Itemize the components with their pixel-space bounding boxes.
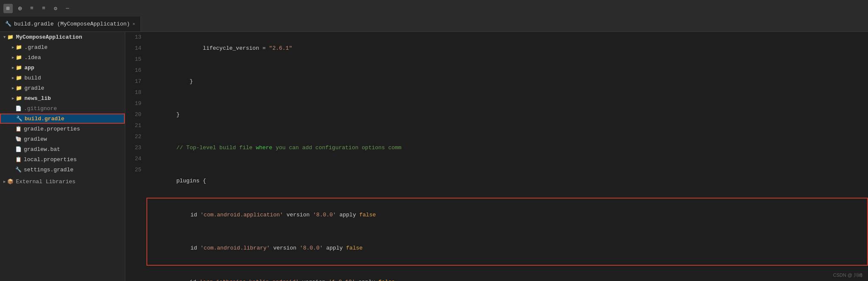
- list-icon1[interactable]: ≡: [27, 4, 37, 13]
- code-20-apply: apply: [355, 279, 379, 281]
- code-line-15: }: [146, 98, 868, 131]
- code-18-verval: '8.0.0': [313, 212, 336, 218]
- sidebar-item-app[interactable]: 📁 app: [0, 62, 125, 73]
- sidebar-root-label: MyComposeApplication: [16, 34, 82, 40]
- sidebar-label-gradlew: gradlew: [24, 136, 47, 142]
- news-folder-icon: 📁: [16, 95, 22, 102]
- gradlew-icon: 🐚: [15, 136, 22, 142]
- sidebar-label-app: app: [24, 65, 34, 71]
- code-line-19: id 'com.android.library' version '8.0.0'…: [146, 232, 868, 266]
- sidebar-label-gradle2: gradle: [24, 85, 44, 91]
- code-line-14: }: [146, 65, 868, 98]
- news-chevron: [12, 96, 14, 101]
- sidebar-label-external-libraries: External Libraries: [16, 179, 75, 185]
- code-line-17: plugins {: [146, 165, 868, 198]
- tab-build-gradle[interactable]: 🔧 build.gradle (MyComposeApplication) ×: [0, 17, 141, 31]
- sidebar-label-idea: .idea: [24, 54, 41, 61]
- ln-22: 22: [129, 131, 141, 142]
- code-16-comment: // Top-level build file where you can ad…: [176, 145, 402, 151]
- sidebar-item-gitignore[interactable]: 📄 .gitignore: [0, 103, 125, 114]
- ln-25: 25: [129, 165, 141, 176]
- code-line-16: // Top-level build file where you can ad…: [146, 131, 868, 165]
- sidebar-label-gradle-properties: gradle.properties: [24, 126, 80, 132]
- code-18-id: id: [177, 212, 200, 218]
- sidebar-label-build-gradle: build.gradle: [25, 116, 65, 122]
- build-gradle-icon: 🔧: [16, 116, 22, 122]
- watermark: CSDN @ 川峰: [833, 272, 863, 278]
- ln-19: 19: [129, 98, 141, 109]
- code-20-plugin: 'org.jetbrains.kotlin.android': [199, 279, 299, 281]
- sidebar-item-local-properties[interactable]: 📋 local.properties: [0, 154, 125, 165]
- ln-21: 21: [129, 120, 141, 131]
- external-libraries-icon: 📦: [7, 179, 14, 185]
- code-line-20: id 'org.jetbrains.kotlin.android' versio…: [146, 266, 868, 281]
- code-18-apply: apply: [336, 212, 360, 218]
- code-13-value: "2.6.1": [269, 45, 292, 51]
- sidebar-item-settings-gradle[interactable]: 🔧 settings.gradle: [0, 165, 125, 175]
- sidebar-label-gradle: .gradle: [24, 44, 48, 51]
- code-19-plugin: 'com.android.library': [200, 245, 270, 251]
- code-20-false: false: [378, 279, 395, 281]
- code-19-id: id: [177, 245, 200, 251]
- code-19-apply: apply: [323, 245, 346, 251]
- settings-icon[interactable]: ⚙: [51, 4, 60, 13]
- sidebar-root[interactable]: 📁 MyComposeApplication: [0, 32, 125, 42]
- sidebar-item-gradle-dir[interactable]: 📁 .gradle: [0, 42, 125, 52]
- code-13-indent: lifecycle_version =: [176, 45, 269, 51]
- code-line-18: id 'com.android.application' version '8.…: [146, 198, 868, 232]
- build-folder-icon: 📁: [16, 75, 22, 81]
- sidebar-label-local-properties: local.properties: [24, 156, 77, 163]
- git-file-icon: 📄: [15, 105, 22, 112]
- code-20-ver: version: [299, 279, 329, 281]
- sidebar-item-idea[interactable]: 📁 .idea: [0, 52, 125, 62]
- bat-icon: 📄: [15, 146, 22, 153]
- sidebar-item-external-libraries[interactable]: 📦 External Libraries: [0, 176, 125, 187]
- idea-folder-icon: 📁: [16, 54, 22, 61]
- code-editor[interactable]: 13 14 15 16 17 18 19 20 21 22 23 24 25 l…: [125, 32, 868, 281]
- root-folder-icon: 📁: [7, 34, 14, 40]
- properties-icon: 📋: [15, 126, 22, 132]
- line-numbers: 13 14 15 16 17 18 19 20 21 22 23 24 25: [125, 32, 146, 281]
- code-18-plugin: 'com.android.application': [200, 212, 283, 218]
- sidebar-label-gitignore: .gitignore: [24, 105, 57, 112]
- ln-23: 23: [129, 142, 141, 153]
- code-20-id: id: [176, 279, 199, 281]
- sidebar-item-gradle-properties[interactable]: 📋 gradle.properties: [0, 124, 125, 134]
- tab-close-button[interactable]: ×: [132, 22, 135, 27]
- squares-icon[interactable]: ⊞: [3, 4, 13, 13]
- idea-chevron: [12, 55, 14, 60]
- app-folder-icon: 📁: [16, 65, 22, 71]
- code-19-ver: version: [270, 245, 300, 251]
- main-area: 📁 MyComposeApplication 📁 .gradle 📁 .idea…: [0, 32, 868, 281]
- code-lines: lifecycle_version = "2.6.1" } } // Top-l…: [146, 32, 868, 281]
- add-icon[interactable]: ⊕: [15, 4, 25, 13]
- sidebar-label-build: build: [24, 75, 41, 81]
- sidebar-item-build-gradle[interactable]: 🔧 build.gradle: [0, 114, 125, 124]
- toolbar: ⊞ ⊕ ≡ ≡ ⚙ —: [0, 0, 868, 17]
- sidebar-item-gradlew-bat[interactable]: 📄 gradlew.bat: [0, 144, 125, 154]
- minimize-icon[interactable]: —: [63, 4, 72, 13]
- external-chevron: [3, 179, 6, 184]
- sidebar-item-gradlew[interactable]: 🐚 gradlew: [0, 134, 125, 144]
- code-15: }: [176, 111, 180, 118]
- app-chevron: [12, 65, 14, 70]
- code-20-verval: '1.8.10': [329, 279, 355, 281]
- toolbar-left: ⊞ ⊕ ≡ ≡ ⚙ —: [3, 4, 72, 13]
- code-18-false: false: [360, 212, 376, 218]
- sidebar-item-gradle[interactable]: 📁 gradle: [0, 83, 125, 93]
- ln-14: 14: [129, 43, 141, 54]
- local-properties-icon: 📋: [15, 156, 22, 163]
- list-icon2[interactable]: ≡: [39, 4, 48, 13]
- root-chevron: [3, 35, 6, 40]
- ln-20: 20: [129, 109, 141, 120]
- tab-bar: 🔧 build.gradle (MyComposeApplication) ×: [0, 17, 868, 32]
- code-17: plugins {: [176, 178, 206, 184]
- ln-15: 15: [129, 54, 141, 65]
- ln-13: 13: [129, 32, 141, 43]
- sidebar-item-news-lib[interactable]: 📁 news_lib: [0, 93, 125, 103]
- ln-24: 24: [129, 153, 141, 165]
- code-line-13: lifecycle_version = "2.6.1": [146, 32, 868, 65]
- sidebar-item-build[interactable]: 📁 build: [0, 73, 125, 83]
- code-19-false: false: [346, 245, 362, 251]
- code-14: }: [176, 78, 193, 85]
